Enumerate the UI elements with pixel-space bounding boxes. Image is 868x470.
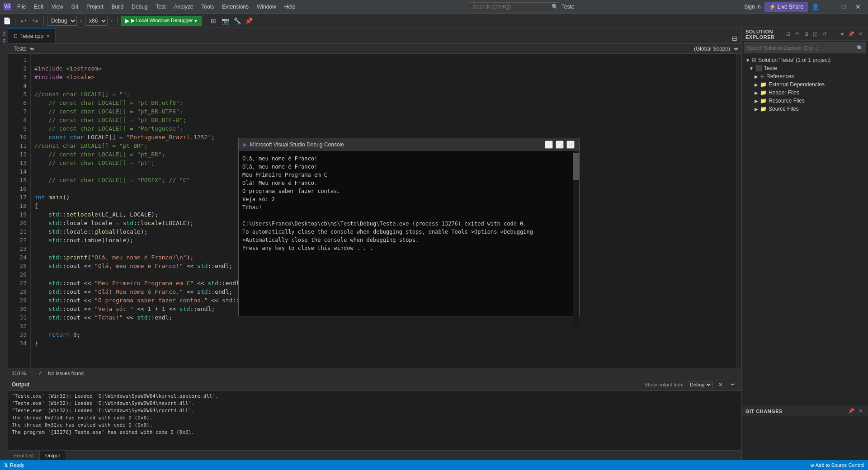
add-source-control-status[interactable]: ⊕ Add to Source Control [810, 462, 864, 468]
scope-right-dropdown[interactable]: (Global Scope) [690, 45, 740, 52]
solution-root-item[interactable]: ▼ ⊞ Solution 'Teste' (1 of 1 project) [742, 56, 868, 64]
menu-git[interactable]: Git [68, 2, 82, 12]
menu-tools[interactable]: Tools [198, 2, 217, 12]
minimap-scrollbar[interactable] [736, 54, 741, 368]
se-properties-btn[interactable]: ⊞ [802, 30, 810, 38]
debug-console-controls: ─ □ ✕ [545, 141, 575, 149]
tab-output[interactable]: Output [40, 451, 66, 460]
platform-dropdown[interactable]: x86 [85, 16, 108, 26]
ready-status: Ready [10, 462, 24, 468]
console-line: C:\Users\Franco\Desktop\cb\ms\Teste\Debu… [242, 220, 576, 228]
tab-error-list[interactable]: Error List [8, 451, 40, 460]
se-pin-btn[interactable]: 📌 [847, 30, 855, 38]
se-filter-btn[interactable]: ⊟ [784, 30, 792, 38]
maximize-button[interactable]: □ [837, 2, 850, 11]
profile-icon[interactable]: 👤 [811, 3, 819, 10]
git-changes-title: Git Changes [745, 409, 783, 414]
menu-build[interactable]: Build [108, 2, 127, 12]
git-close-btn[interactable]: ✕ [856, 407, 864, 415]
output-source-selector: Show output from: Debug ⊘ ↵ [645, 380, 738, 390]
search-input[interactable] [469, 2, 559, 11]
toolbar-extra-2[interactable]: 📷 [220, 16, 230, 26]
debug-console-output: Olá, meu nome é Franco! Olá, meu nome é … [239, 151, 579, 316]
play-icon: ▶ [125, 18, 129, 24]
run-debugger-button[interactable]: ▶ ▶ Local Windows Debugger ▾ [121, 16, 202, 26]
menu-debug[interactable]: Debug [128, 2, 151, 12]
project-item[interactable]: ▼ ⬛ Teste [742, 64, 868, 72]
menu-window[interactable]: Window [253, 2, 280, 12]
references-item[interactable]: ▶ ⚹ References [742, 72, 868, 80]
console-line: Meu Primeiro Programa em C [242, 171, 576, 179]
live-share-button[interactable]: ⚡ Live Share [764, 2, 808, 12]
console-line: Press any key to close this window . . . [242, 244, 576, 252]
vs-logo-icon: VS [4, 3, 11, 10]
se-search-box[interactable]: 🔍 [744, 42, 866, 53]
title-name-label: Teste [561, 4, 575, 10]
output-line: The thread 0x2fa4 has exited with code 0… [12, 414, 738, 422]
output-clear-btn[interactable]: ⊘ [715, 380, 725, 390]
git-branch-status[interactable]: ⛕ Ready [4, 462, 24, 468]
scope-left-dropdown[interactable]: Teste [10, 45, 36, 52]
no-issues-label: No issues found [48, 371, 84, 376]
sign-in-button[interactable]: Sign in [744, 4, 761, 10]
close-button[interactable]: ✕ [852, 2, 864, 11]
res-expand-icon: ▶ [755, 99, 758, 103]
zoom-level[interactable]: 110 % [12, 371, 26, 376]
undo-button[interactable]: ↩ [19, 16, 28, 26]
output-line: The program '[13276] Teste.exe' has exit… [12, 429, 738, 436]
output-content: 'Teste.exe' (Win32): Loaded 'C:\Windows\… [8, 391, 741, 450]
output-line: 'Teste.exe' (Win32): Loaded 'C:\Windows\… [12, 393, 738, 400]
console-line: Olá, meu nome é Franco! [242, 155, 576, 163]
menu-help[interactable]: Help [281, 2, 299, 12]
output-panel: Output Show output from: Debug ⊘ ↵ 'Test… [8, 378, 741, 450]
solution-expand-icon: ▼ [745, 58, 750, 63]
menu-test[interactable]: Test [152, 2, 170, 12]
se-close-btn[interactable]: ✕ [856, 30, 864, 38]
menu-file[interactable]: File [14, 2, 29, 12]
server-explorer-icon[interactable]: SE [0, 30, 8, 37]
console-line: Olá, meu nome é Franco! [242, 163, 576, 171]
console-restore-button[interactable]: □ [556, 141, 564, 149]
source-files-item[interactable]: ▶ 📁 Source Files [742, 105, 868, 113]
header-files-item[interactable]: ▶ 📁 Header Files [742, 89, 868, 97]
project-icon: ⬛ [755, 65, 762, 71]
toolbox-icon[interactable]: TB [0, 38, 8, 45]
toolbar-extra-1[interactable]: ⊞ [208, 16, 218, 26]
menu-extensions[interactable]: Extensions [218, 2, 252, 12]
toolbar-extra-3[interactable]: 🔧 [232, 16, 242, 26]
editor-nav-right: (Global Scope) [690, 45, 740, 52]
menu-view[interactable]: View [48, 2, 67, 12]
tab-teste-cpp[interactable]: C Teste.cpp ✕ [8, 28, 56, 43]
toolbar-extra-4[interactable]: 📌 [244, 16, 254, 26]
resource-files-item[interactable]: ▶ 📁 Resource Files [742, 97, 868, 105]
minimize-button[interactable]: ─ [823, 2, 835, 11]
console-minimize-button[interactable]: ─ [545, 141, 553, 149]
output-source-dropdown[interactable]: Debug [688, 381, 712, 388]
external-deps-item[interactable]: ▶ 📁 External Dependencies [742, 80, 868, 89]
git-pin-btn[interactable]: 📌 [847, 407, 855, 415]
se-preview-btn[interactable]: ◫ [811, 30, 819, 38]
se-new-sol-btn[interactable]: ★ [838, 30, 846, 38]
console-scrollbar-thumb[interactable] [573, 153, 579, 180]
menu-analyze[interactable]: Analyze [170, 2, 197, 12]
se-refresh-btn[interactable]: ↺ [820, 30, 828, 38]
title-bar: VS File Edit View Git Project Build Debu… [0, 0, 868, 14]
editor-split-button[interactable]: ⊟ [730, 33, 740, 43]
se-collapse-btn[interactable]: — [829, 30, 837, 38]
output-wrap-btn[interactable]: ↵ [728, 380, 738, 390]
console-scrollbar[interactable] [573, 151, 579, 329]
tab-close-button[interactable]: ✕ [46, 33, 50, 38]
config-dropdown[interactable]: Debug [47, 16, 77, 26]
se-sync-btn[interactable]: ⟳ [793, 30, 801, 38]
activity-bar: SE TB [0, 28, 8, 460]
debug-console-title-text: ▶ Microsoft Visual Studio Debug Console [243, 141, 344, 148]
new-project-button[interactable]: 📄 [2, 16, 12, 26]
se-search-input[interactable] [747, 45, 857, 51]
menu-project[interactable]: Project [83, 2, 107, 12]
console-close-button[interactable]: ✕ [566, 141, 575, 149]
status-bar-right: ⊕ Add to Source Control [810, 462, 864, 468]
menu-edit[interactable]: Edit [30, 2, 47, 12]
redo-button[interactable]: ↪ [30, 16, 40, 26]
toolbar: 📄 ↩ ↪ Debug ▾ x86 ▾ ▶ ▶ Local Windows De… [0, 14, 868, 28]
status-bar-left: ⛕ Ready [4, 462, 24, 468]
